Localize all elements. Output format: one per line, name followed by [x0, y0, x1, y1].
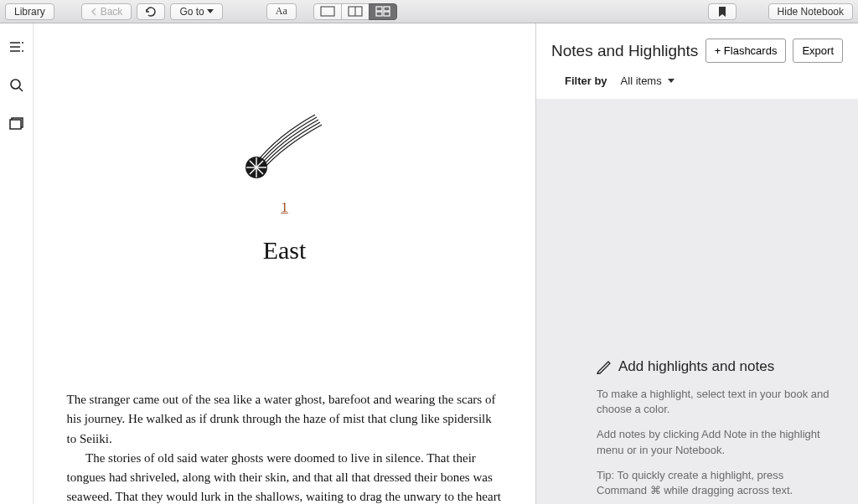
refresh-button[interactable]: [137, 3, 165, 20]
filter-label: Filter by: [565, 75, 607, 87]
body-text: The stranger came out of the sea like a …: [67, 390, 503, 504]
svg-rect-6: [384, 12, 390, 16]
paragraph: The stories of old said water ghosts wer…: [67, 449, 503, 504]
left-rail: [0, 23, 34, 504]
layout-double-button[interactable]: [341, 3, 370, 20]
goto-button[interactable]: Go to: [170, 3, 222, 20]
notebook-panel: Notes and Highlights + Flashcards Export…: [535, 23, 858, 504]
svg-rect-4: [384, 7, 390, 11]
layout-single-button[interactable]: [313, 3, 342, 20]
layout-segmented-control: [313, 3, 397, 20]
pencil-icon: [597, 359, 612, 374]
notebook-title: Notes and Highlights: [551, 42, 698, 60]
empty-state-help: Tip: To quickly create a highlight, pres…: [597, 468, 833, 498]
filter-dropdown[interactable]: All items: [621, 75, 675, 87]
top-toolbar: Library Back Go to Aa Hide Notebook: [0, 0, 858, 23]
chevron-down-icon: [207, 9, 214, 13]
svg-rect-15: [10, 120, 21, 129]
toc-icon[interactable]: [8, 39, 25, 55]
font-settings-button[interactable]: Aa: [266, 3, 297, 20]
svg-point-11: [22, 50, 23, 52]
svg-rect-5: [376, 12, 382, 16]
chapter-title: East: [67, 236, 503, 265]
back-button[interactable]: Back: [81, 3, 132, 20]
layout-scroll-button[interactable]: [369, 3, 397, 20]
empty-state-title: Add highlights and notes: [618, 358, 774, 375]
empty-state-help: Add notes by clicking Add Note in the hi…: [597, 427, 833, 457]
chevron-down-icon: [668, 79, 675, 83]
search-icon[interactable]: [8, 77, 25, 94]
bookmark-icon: [718, 6, 726, 18]
export-button[interactable]: Export: [793, 39, 843, 63]
back-label: Back: [101, 6, 123, 18]
svg-line-13: [19, 88, 23, 91]
svg-point-10: [22, 42, 23, 44]
svg-rect-0: [321, 7, 334, 16]
notebook-icon[interactable]: [8, 116, 25, 132]
reader-area: 1 East The stranger came out of the sea …: [34, 23, 535, 504]
bookmark-button[interactable]: [708, 3, 737, 20]
svg-point-12: [11, 80, 20, 89]
hide-notebook-button[interactable]: Hide Notebook: [768, 3, 853, 20]
notebook-empty-state: Add highlights and notes To make a highl…: [536, 99, 858, 504]
empty-state-help: To make a highlight, select text in your…: [597, 387, 833, 417]
paragraph: The stranger came out of the sea like a …: [67, 390, 503, 449]
chapter-ornament: [67, 107, 503, 183]
chapter-number: 1: [67, 199, 503, 216]
flashcards-button[interactable]: + Flashcards: [706, 39, 787, 63]
library-button[interactable]: Library: [5, 3, 54, 20]
page-content: 1 East The stranger came out of the sea …: [67, 107, 503, 504]
svg-rect-3: [376, 7, 382, 11]
